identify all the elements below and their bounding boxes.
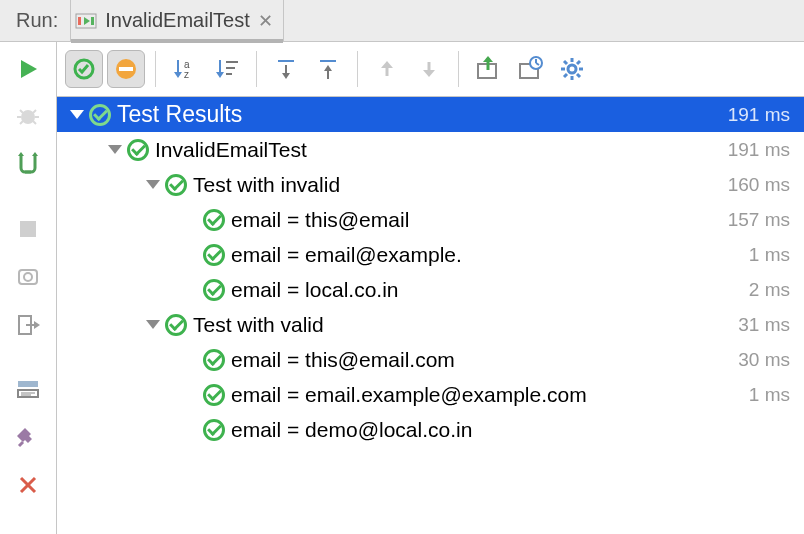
svg-marker-3	[84, 17, 90, 25]
svg-rect-1	[78, 17, 81, 25]
tree-group[interactable]: Test with valid 31 ms	[57, 307, 804, 342]
node-label: Test Results	[117, 101, 720, 128]
disclosure-triangle-icon[interactable]	[143, 320, 163, 329]
run-button[interactable]	[9, 50, 47, 88]
node-duration: 31 ms	[738, 314, 790, 336]
pass-icon	[201, 419, 227, 441]
history-button[interactable]	[511, 50, 549, 88]
node-duration: 157 ms	[728, 209, 790, 231]
svg-line-11	[33, 121, 36, 124]
close-icon[interactable]: ✕	[258, 10, 273, 32]
separator	[458, 51, 459, 87]
node-label: email = demo@local.co.in	[231, 418, 782, 442]
svg-marker-48	[423, 70, 435, 77]
tree-root[interactable]: Test Results 191 ms	[57, 97, 804, 132]
node-duration: 191 ms	[728, 104, 790, 126]
pass-icon	[163, 174, 189, 196]
svg-marker-4	[21, 60, 37, 78]
svg-text:z: z	[184, 69, 189, 80]
svg-rect-20	[18, 381, 38, 387]
node-duration: 1 ms	[749, 244, 790, 266]
tree-leaf[interactable]: email = local.co.in 2 ms	[57, 272, 804, 307]
pass-icon	[163, 314, 189, 336]
collapse-all-button[interactable]	[309, 50, 347, 88]
svg-marker-44	[324, 65, 332, 71]
svg-rect-14	[20, 221, 36, 237]
tree-leaf[interactable]: email = this@email.com 30 ms	[57, 342, 804, 377]
pass-icon	[201, 349, 227, 371]
show-passed-button[interactable]	[65, 50, 103, 88]
tree-leaf[interactable]: email = this@email 157 ms	[57, 202, 804, 237]
title-bar: Run: InvalidEmailTest ✕	[0, 0, 804, 42]
svg-rect-29	[119, 67, 133, 71]
node-duration: 191 ms	[728, 139, 790, 161]
svg-point-16	[24, 273, 32, 281]
node-duration: 1 ms	[749, 384, 790, 406]
svg-marker-19	[34, 321, 40, 329]
exit-button[interactable]	[9, 306, 47, 344]
node-label: email = local.co.in	[231, 278, 741, 302]
node-label: InvalidEmailTest	[155, 138, 720, 162]
run-tab[interactable]: InvalidEmailTest ✕	[70, 0, 284, 42]
sort-duration-button[interactable]	[208, 50, 246, 88]
run-gutter	[0, 42, 57, 534]
toggle-auto-button[interactable]	[9, 146, 47, 184]
separator	[9, 356, 47, 358]
pin-button[interactable]	[9, 418, 47, 456]
disclosure-triangle-icon[interactable]	[67, 110, 87, 119]
tree-leaf[interactable]: email = email@example. 1 ms	[57, 237, 804, 272]
dump-button[interactable]	[9, 258, 47, 296]
tree-leaf[interactable]: email = email.example@example.com 1 ms	[57, 377, 804, 412]
debug-button[interactable]	[9, 98, 47, 136]
stop-button[interactable]	[9, 210, 47, 248]
svg-rect-2	[91, 17, 94, 25]
node-label: Test with invalid	[193, 173, 720, 197]
svg-line-8	[20, 110, 23, 113]
svg-marker-35	[216, 72, 224, 78]
svg-line-10	[20, 121, 23, 124]
separator	[9, 196, 47, 198]
separator	[155, 51, 156, 87]
node-label: email = this@email	[231, 208, 720, 232]
tree-leaf[interactable]: email = demo@local.co.in	[57, 412, 804, 447]
separator	[357, 51, 358, 87]
tree-group[interactable]: Test with invalid 160 ms	[57, 167, 804, 202]
node-label: email = this@email.com	[231, 348, 730, 372]
tree-suite[interactable]: InvalidEmailTest 191 ms	[57, 132, 804, 167]
export-results-button[interactable]	[469, 50, 507, 88]
test-toolbar: az	[57, 42, 804, 97]
disclosure-triangle-icon[interactable]	[143, 180, 163, 189]
node-label: email = email.example@example.com	[231, 383, 741, 407]
svg-point-56	[568, 65, 576, 73]
show-ignored-button[interactable]	[107, 50, 145, 88]
next-failed-button[interactable]	[410, 50, 448, 88]
test-config-icon	[75, 10, 97, 32]
pass-icon	[201, 279, 227, 301]
node-duration: 30 ms	[738, 349, 790, 371]
node-duration: 2 ms	[749, 279, 790, 301]
test-results-tree[interactable]: Test Results 191 ms InvalidEmailTest 191…	[57, 97, 804, 534]
svg-marker-41	[282, 73, 290, 79]
pass-icon	[125, 139, 151, 161]
layout-button[interactable]	[9, 370, 47, 408]
svg-marker-51	[483, 56, 493, 62]
svg-marker-13	[32, 152, 38, 156]
disclosure-triangle-icon[interactable]	[105, 145, 125, 154]
run-label: Run:	[0, 9, 70, 32]
svg-marker-31	[174, 72, 182, 78]
svg-marker-12	[18, 152, 24, 156]
close-button[interactable]	[9, 466, 47, 504]
expand-all-button[interactable]	[267, 50, 305, 88]
svg-line-64	[577, 61, 580, 64]
node-duration: 160 ms	[728, 174, 790, 196]
settings-button[interactable]	[553, 50, 591, 88]
prev-failed-button[interactable]	[368, 50, 406, 88]
svg-line-9	[33, 110, 36, 113]
tab-title: InvalidEmailTest	[105, 9, 250, 32]
svg-line-63	[564, 74, 567, 77]
svg-marker-46	[381, 61, 393, 68]
svg-line-24	[19, 442, 23, 446]
pass-icon	[201, 244, 227, 266]
sort-alpha-button[interactable]: az	[166, 50, 204, 88]
pass-icon	[87, 104, 113, 126]
